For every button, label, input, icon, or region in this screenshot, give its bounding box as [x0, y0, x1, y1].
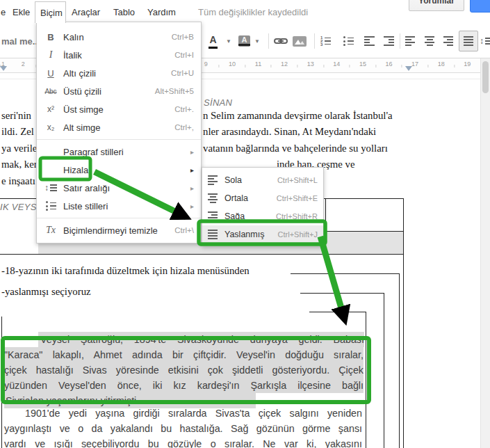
doc-text-fragment: ildi. Zel — [1, 126, 34, 138]
submenu-arrow-icon: ▸ — [190, 184, 194, 192]
table-border — [0, 254, 404, 255]
frame-line — [366, 312, 366, 448]
align-center-icon[interactable] — [425, 33, 434, 49]
menu-item-alt-simge[interactable]: x₂ Alt simge Ctrl+, — [37, 118, 201, 136]
frame-line — [399, 273, 400, 448]
scrollbar-thumb[interactable] — [482, 61, 489, 93]
submenu-item-yaslanmis[interactable]: Yaslanmış Ctrl+Shift+J — [202, 225, 323, 243]
frame-line — [384, 293, 384, 448]
selected-paragraph-line: yüzünden Veysel'den önce, iki kız kardeş… — [4, 378, 364, 393]
italic-icon: I — [42, 46, 59, 64]
doc-text-fragment: mak, ker — [1, 159, 38, 170]
underline-icon: U — [42, 64, 59, 82]
menubar-item-yardim[interactable]: Yardım — [147, 7, 176, 17]
selected-paragraph-line: "Karaca" lakaplı, Ahmet adında bir çiftç… — [4, 347, 364, 362]
frame-line — [403, 198, 404, 448]
menu-item-liste-stilleri[interactable]: Liste stilleri ▸ — [37, 197, 201, 215]
frame-line — [291, 273, 400, 274]
format-menu-panel: B Kalın Ctrl+B I İtalik Ctrl+I U Altı çi… — [36, 22, 202, 243]
toolbar-separator — [314, 33, 315, 49]
increase-indent-icon[interactable] — [384, 33, 394, 49]
text-color-icon[interactable]: A — [209, 33, 218, 49]
menu-item-bicimlendirmeyi-temizle[interactable]: Tx Biçimlendirmeyi temizle Ctrl+\ — [37, 221, 201, 239]
justify-icon-active[interactable] — [459, 31, 478, 51]
menubar-item-bicim[interactable]: Biçim — [35, 1, 66, 23]
insert-image-icon[interactable] — [293, 33, 307, 49]
justify-icon — [208, 230, 218, 239]
doc-text-fragment: seri'nin — [1, 110, 31, 122]
menubar-item-ekle[interactable]: Ekle — [13, 7, 30, 17]
menu-item-satir-araligi[interactable]: ↕ Satır aralığı ▸ — [37, 179, 201, 197]
align-right-icon — [208, 211, 218, 221]
toolbar-separator — [400, 33, 400, 49]
bold-icon: B — [42, 28, 59, 46]
menu-separator — [37, 218, 201, 218]
doc-text-fragment: n Selim zamanında devşirme olarak İstanb… — [203, 110, 393, 122]
insert-link-icon[interactable] — [274, 33, 288, 49]
decrease-indent-icon[interactable] — [364, 33, 375, 49]
highlight-color-icon[interactable]: A — [238, 33, 250, 49]
bulleted-list-icon[interactable] — [343, 33, 354, 49]
menubar-item-tablo[interactable]: Tablo — [113, 7, 135, 17]
submenu-item-saga[interactable]: Sağa Ctrl+Shift+R — [202, 207, 323, 225]
google-docs-window: seri'nin ildi. Zel ya verile mak, ker e … — [0, 0, 490, 448]
highlight-color-caret-icon[interactable]: ▼ — [254, 33, 260, 49]
superscript-icon: x² — [42, 100, 59, 118]
submenu-item-sola[interactable]: Sola Ctrl+Shift+L — [202, 171, 323, 189]
align-left-icon — [208, 175, 218, 185]
align-submenu-panel: Sola Ctrl+Shift+L Ortala Ctrl+Shift+E Sa… — [202, 167, 324, 246]
selected-paragraph-line: Veysel Şatıroğlu, 1894'te Sivasköyünde d… — [38, 332, 364, 347]
align-right-icon[interactable] — [443, 33, 453, 49]
align-left-icon[interactable] — [405, 33, 415, 49]
frame-line — [325, 199, 326, 231]
menu-item-paragraf-stilleri[interactable]: Paragraf stilleri ▸ — [37, 143, 201, 161]
selected-paragraph-line: çiçek hastalığı Sivas yöresinde etkisini… — [4, 362, 364, 378]
doc-text-fragment: vatanın bağlarında ve bahçelerinde su yo… — [203, 143, 388, 154]
frame-line — [1, 317, 2, 448]
submenu-arrow-icon: ▸ — [190, 148, 194, 156]
menubar: e Ekle Araçlar Tablo Yardım Tüm değişikl… — [0, 0, 490, 24]
toolbar-separator — [268, 33, 269, 49]
doc-text-fragment: ya verile — [1, 143, 37, 154]
text-color-caret-icon[interactable]: ▼ — [226, 33, 231, 49]
menu-item-ustu-cizili[interactable]: Abc Üstü çizili Alt+Shift+5 — [37, 82, 201, 100]
menubar-item-clipped[interactable]: e — [1, 7, 6, 17]
align-center-icon — [208, 193, 218, 203]
menu-item-alti-cizili[interactable]: U Altı çizili Ctrl+U — [37, 64, 201, 82]
doc-text-fragment: nler arasındaydı. Sinan, At Meydanı'ndak… — [203, 126, 376, 138]
list-styles-icon — [42, 197, 59, 215]
sinan-heading: SİNAN — [204, 97, 232, 108]
doc-text-fragment: e inşaatı — [1, 175, 35, 187]
submenu-arrow-icon: ▸ — [190, 166, 194, 174]
instruction-line: -18-yazının iki tarafınıda düzeltmek içi… — [1, 265, 250, 277]
submenu-arrow-icon: ▸ — [190, 202, 194, 210]
frame-line — [309, 312, 366, 312]
styles-dropdown[interactable]: mal me... — [1, 36, 40, 47]
menu-item-hizala[interactable]: Hizala ▸ — [37, 161, 201, 179]
comments-button[interactable]: Yorumlar — [409, 0, 464, 11]
menubar-item-araclar[interactable]: Araçlar — [72, 7, 100, 17]
paragraph-line: vardı ve ışığı seçebiliyordu bu gözüyle … — [4, 436, 362, 448]
numbered-list-icon[interactable]: 123 — [320, 33, 331, 49]
right-margin-marker[interactable] — [405, 66, 412, 71]
instruction-line: -yaslanmışı seçiyoruz — [1, 286, 91, 298]
line-spacing-icon: ↕ — [42, 179, 59, 197]
table-border — [324, 231, 403, 232]
frame-line — [300, 293, 384, 294]
menu-item-ust-simge[interactable]: x² Üst simge Ctrl+. — [37, 100, 201, 118]
save-status-text: Tüm değişiklikler kaydedildi — [198, 7, 308, 17]
subscript-icon: x₂ — [42, 118, 59, 136]
share-button[interactable] — [470, 0, 490, 13]
line-spacing-icon[interactable]: ↕ — [480, 33, 490, 49]
menu-item-kalin[interactable]: B Kalın Ctrl+B — [37, 28, 201, 46]
submenu-item-ortala[interactable]: Ortala Ctrl+Shift+E — [202, 189, 323, 207]
left-margin-marker[interactable] — [0, 66, 7, 71]
menu-item-italik[interactable]: I İtalik Ctrl+I — [37, 46, 201, 64]
clear-formatting-icon: Tx — [42, 221, 59, 239]
paragraph-line: 1901'de yedi yaşına girdiği sıralarda Si… — [4, 406, 362, 421]
menu-separator — [37, 139, 201, 140]
strikethrough-icon: Abc — [42, 82, 59, 100]
paragraph-line: yaygınlaştı ve o da yakalandı bu hastalı… — [4, 421, 362, 436]
vertical-scrollbar[interactable] — [480, 58, 490, 448]
